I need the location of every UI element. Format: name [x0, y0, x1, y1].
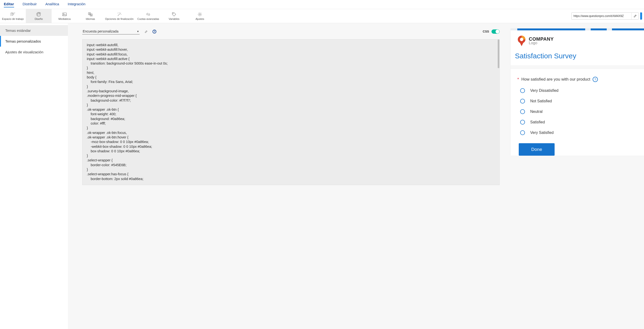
- svg-point-3: [38, 15, 38, 15]
- gear-icon: [197, 12, 203, 17]
- tool-settings[interactable]: Ajustes: [187, 9, 213, 23]
- help-button[interactable]: ?: [152, 30, 156, 34]
- theme-select[interactable]: Encuesta personalizada ▼: [82, 28, 140, 34]
- survey-url-box: [571, 12, 639, 20]
- svg-point-10: [520, 38, 523, 41]
- svg-point-2: [39, 13, 40, 14]
- tool-media[interactable]: Mediateca: [52, 9, 78, 23]
- design-sidebar: Temas estándar Temas personalizados Ajus…: [0, 23, 68, 329]
- option-neutral[interactable]: Neutral: [520, 109, 640, 114]
- tab-editar[interactable]: Editar: [4, 2, 14, 8]
- tool-variables-label: Variables: [168, 18, 179, 20]
- question-row: * How satisfied are you with our product…: [517, 77, 640, 82]
- tool-workspace[interactable]: Espacio de trabajo: [0, 9, 26, 23]
- radio-icon: [520, 130, 525, 135]
- wrench-icon: [144, 30, 148, 34]
- survey-preview: COMPANY Logo Satisfaction Survey * How s…: [510, 28, 644, 156]
- css-code-content: input:-webkit-autofill, input:-webkit-au…: [82, 40, 499, 184]
- preview-header-stripe: [510, 28, 644, 30]
- tool-quotas-label: Cuotas avanzadas: [137, 18, 159, 20]
- css-editor[interactable]: input:-webkit-autofill, input:-webkit-au…: [82, 39, 500, 185]
- option-label: Very Satisfied: [530, 130, 554, 135]
- option-satisfied[interactable]: Satisfied: [520, 120, 640, 124]
- link-icon: [145, 12, 151, 17]
- css-toggle-label: CSS: [483, 30, 489, 33]
- radio-icon: [520, 109, 525, 114]
- editor-header: Encuesta personalizada ▼ ? CSS: [82, 28, 500, 34]
- main-area: Temas estándar Temas personalizados Ajus…: [0, 23, 644, 329]
- svg-point-1: [38, 13, 38, 14]
- survey-title: Satisfaction Survey: [510, 48, 644, 65]
- option-label: Not Satisfied: [530, 99, 552, 103]
- image-icon: [62, 12, 68, 17]
- svg-point-9: [199, 14, 200, 15]
- sidebar-item-standard-themes[interactable]: Temas estándar: [0, 25, 68, 36]
- answer-options: Very Dissatisfied Not Satisfied Neutral …: [517, 82, 640, 135]
- tool-design-label: Diseño: [35, 18, 43, 20]
- option-label: Very Dissatisfied: [530, 88, 558, 93]
- sidebar-item-display-settings[interactable]: Ajustes de visualización: [0, 46, 68, 58]
- theme-settings-button[interactable]: [144, 30, 148, 34]
- tool-languages-label: Idiomas: [86, 18, 95, 20]
- top-nav: Editar Distribuir Analítica Integración: [0, 0, 644, 9]
- tag-icon: [171, 12, 177, 17]
- svg-point-5: [63, 14, 64, 14]
- company-logo-row: COMPANY Logo: [510, 30, 644, 48]
- required-indicator: *: [517, 77, 519, 82]
- translate-icon: [88, 12, 93, 17]
- option-very-satisfied[interactable]: Very Satisfied: [520, 130, 640, 135]
- tool-finish-options-label: Opciones de finalización: [105, 18, 134, 20]
- pencil-icon: [634, 14, 637, 18]
- company-logo-text: COMPANY Logo: [529, 36, 554, 45]
- tool-finish-options[interactable]: Opciones de finalización: [103, 9, 135, 23]
- tool-settings-label: Ajustes: [196, 18, 204, 20]
- question-block: * How satisfied are you with our product…: [517, 69, 644, 156]
- tab-integracion[interactable]: Integración: [68, 2, 85, 8]
- done-button[interactable]: Done: [519, 143, 554, 156]
- tool-languages[interactable]: Idiomas: [78, 9, 103, 23]
- theme-select-label: Encuesta personalizada: [83, 30, 118, 33]
- toolbar: Espacio de trabajo Diseño Mediateca Idio…: [0, 9, 644, 23]
- option-label: Neutral: [530, 110, 543, 114]
- radio-icon: [520, 88, 525, 93]
- preview-column: COMPANY Logo Satisfaction Survey * How s…: [506, 23, 644, 329]
- tool-workspace-label: Espacio de trabajo: [2, 18, 24, 20]
- company-logo-icon: [517, 35, 526, 46]
- radio-icon: [520, 99, 525, 104]
- option-very-dissatisfied[interactable]: Very Dissatisfied: [520, 88, 640, 93]
- tool-media-label: Mediateca: [58, 18, 71, 20]
- sidebar-item-custom-themes[interactable]: Temas personalizados: [0, 36, 68, 46]
- survey-url-container: [571, 12, 644, 20]
- tool-variables[interactable]: Variables: [161, 9, 187, 23]
- workspace-icon: [10, 12, 16, 17]
- radio-icon: [520, 120, 525, 124]
- svg-point-0: [37, 14, 38, 14]
- option-label: Satisfied: [530, 120, 545, 124]
- wand-icon: [116, 12, 122, 17]
- palette-icon: [36, 12, 42, 17]
- question-help-button[interactable]: ?: [592, 77, 598, 82]
- done-button-wrap: Done: [517, 135, 640, 156]
- survey-url-input[interactable]: [572, 14, 631, 18]
- tool-quotas[interactable]: Cuotas avanzadas: [135, 9, 161, 23]
- editor-column: Encuesta personalizada ▼ ? CSS input:-we…: [68, 23, 506, 329]
- chevron-down-icon: ▼: [137, 30, 139, 33]
- tool-design[interactable]: Diseño: [26, 9, 52, 23]
- svg-point-8: [173, 13, 173, 14]
- css-toggle[interactable]: [492, 30, 500, 34]
- question-text: How satisfied are you with our product: [521, 77, 590, 82]
- css-toggle-group: CSS: [483, 30, 500, 34]
- tab-analitica[interactable]: Analítica: [46, 2, 59, 8]
- edit-url-button[interactable]: [631, 13, 638, 19]
- copy-url-button[interactable]: [640, 12, 642, 20]
- option-not-satisfied[interactable]: Not Satisfied: [520, 99, 640, 104]
- tab-distribuir[interactable]: Distribuir: [23, 2, 37, 8]
